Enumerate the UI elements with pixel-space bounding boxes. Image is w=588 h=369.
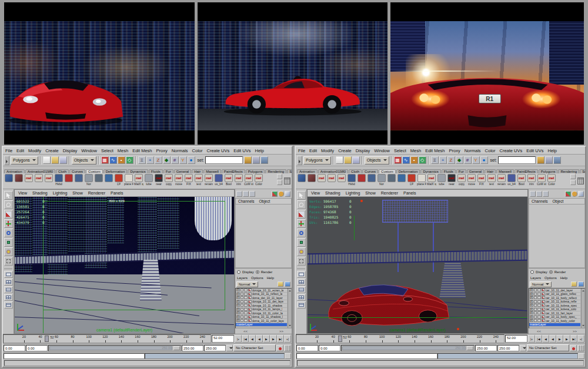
shelf-brush-icon[interactable] <box>297 174 306 188</box>
layer-menu-item[interactable]: Options <box>544 276 557 280</box>
range-end-field[interactable]: 250.00 <box>204 345 226 351</box>
select-tool[interactable] <box>4 191 13 200</box>
layer-swatch-icon[interactable] <box>248 300 252 303</box>
shelf-tab[interactable]: Hair <box>485 169 496 173</box>
attribute-editor-icon[interactable] <box>536 191 542 197</box>
playback-button[interactable]: ▶ <box>263 335 270 343</box>
panel-menu-item[interactable]: Renderer <box>381 191 398 195</box>
character-menu-button[interactable] <box>226 345 233 351</box>
layer-swatch-icon[interactable] <box>542 289 545 291</box>
scale-tool[interactable] <box>4 238 13 247</box>
paint-select-tool[interactable] <box>4 210 13 219</box>
manipulator-icon[interactable] <box>285 191 290 197</box>
outliner-layout-button[interactable] <box>297 301 306 308</box>
shelf-matx-icon[interactable]: mel MatX splitte <box>427 174 436 188</box>
shelf-tab[interactable]: Animation <box>4 169 25 173</box>
shelf-com-icon[interactable]: mel CoM sUV <box>537 174 546 188</box>
select-tool[interactable] <box>297 191 306 200</box>
shelf-joystick-icon[interactable] <box>367 174 376 188</box>
shelf-tab[interactable]: Rendering <box>265 169 286 173</box>
add-icon[interactable]: + <box>146 156 154 164</box>
shelf-mel-icon[interactable]: mel <box>327 174 336 188</box>
trash-icon[interactable] <box>577 177 584 184</box>
scroll-down-icon[interactable] <box>570 180 576 185</box>
render-current-frame-icon[interactable] <box>537 156 544 164</box>
range-handle[interactable] <box>173 346 180 350</box>
time-slider[interactable]: 20406080100120140160180200220240 52 <box>3 334 211 343</box>
channel-menu-item[interactable]: Channels <box>532 199 547 203</box>
panel-menu-item[interactable]: Shading <box>32 191 48 195</box>
anim-start-field[interactable]: 0.00 <box>319 345 340 351</box>
snap-view-icon[interactable]: ◇ <box>126 156 133 164</box>
auto-keyframe-button[interactable] <box>570 345 577 351</box>
channel-color-icon[interactable] <box>565 191 571 197</box>
playback-toggle[interactable] <box>244 300 248 303</box>
angle-icon[interactable]: Z <box>155 156 162 164</box>
shelf-plane-icon[interactable]: plane FPST <box>417 174 426 188</box>
menu-item[interactable]: Normals <box>172 148 188 153</box>
renderable-toggle[interactable]: R <box>530 311 533 314</box>
last-tool-slot[interactable] <box>297 257 306 266</box>
snap-curve-icon[interactable]: ∿ <box>109 156 117 164</box>
panel-menu-item[interactable]: Show <box>365 191 376 195</box>
renderable-toggle[interactable]: R <box>236 300 240 303</box>
shelf-joystick-icon[interactable] <box>74 174 83 188</box>
renderable-toggle[interactable]: R <box>530 300 533 303</box>
dot-icon[interactable]: ● <box>188 156 195 164</box>
menu-set-selector[interactable]: Polygons <box>11 156 38 165</box>
range-start-field[interactable]: 0.00 <box>296 345 318 351</box>
playback-toggle[interactable] <box>537 296 541 299</box>
layer-swatch-icon[interactable] <box>542 296 545 299</box>
layer-swatch-icon[interactable] <box>248 296 252 299</box>
menu-item[interactable]: Proxy <box>156 148 167 153</box>
shelf-tab[interactable]: Dynamics <box>128 169 148 173</box>
ipr-render-icon[interactable] <box>252 156 260 164</box>
menu-item[interactable]: Create <box>338 148 352 153</box>
visibility-toggle[interactable] <box>534 304 537 307</box>
snap-point-icon[interactable]: • <box>118 156 125 164</box>
playback-toggle[interactable] <box>537 319 541 322</box>
playback-toggle[interactable] <box>244 319 248 322</box>
menu-item[interactable]: Normals <box>465 148 481 153</box>
menu-item[interactable]: Create <box>45 148 59 153</box>
range-bar[interactable] <box>49 346 172 350</box>
single-pane-layout-button[interactable] <box>4 271 13 278</box>
menu-item[interactable]: Edit UVs <box>233 148 250 153</box>
range-end-field[interactable]: 250.00 <box>497 345 519 351</box>
open-scene-icon[interactable] <box>344 156 352 164</box>
menu-set-selector[interactable]: Polygons <box>303 156 331 165</box>
shelf-tab[interactable]: Cloth <box>56 169 69 173</box>
panel-menu-item[interactable]: Lighting <box>53 191 68 195</box>
shelf-tab[interactable]: Animation <box>297 169 318 173</box>
speed-icon[interactable] <box>278 191 284 197</box>
shelf-cp-icon[interactable]: CP <box>114 174 123 188</box>
command-line-input[interactable] <box>296 353 437 359</box>
channel-menu-item[interactable]: Object <box>259 199 270 203</box>
layer-swatch-icon[interactable] <box>248 311 252 314</box>
viewport-canvas-city[interactable]: 601522 0 136581 0 257264 0 42647 <box>15 197 234 333</box>
panel-menu-item[interactable]: View <box>311 191 320 195</box>
range-bar[interactable] <box>342 346 466 350</box>
playback-toggle[interactable] <box>537 308 541 311</box>
shelf-tab[interactable]: Dynamics <box>420 169 440 173</box>
move-tool[interactable] <box>4 219 13 228</box>
layer-menu-item[interactable]: Help <box>267 276 274 280</box>
shelf-tube-icon[interactable]: tube <box>437 174 446 188</box>
playback-toggle[interactable] <box>244 311 248 314</box>
quick-select-field[interactable] <box>498 156 536 164</box>
single-pane-layout-button[interactable] <box>297 271 306 278</box>
shelf-brush-icon[interactable] <box>4 174 14 188</box>
shelf-mel-icon[interactable]: mel <box>317 174 326 188</box>
shelf-tab[interactable]: Subdivs <box>287 169 292 173</box>
shelf-bool-icon[interactable]: mel Bool <box>517 174 526 188</box>
two-pane-layout-button[interactable] <box>4 286 13 293</box>
menu-item[interactable]: Display <box>356 148 370 153</box>
viewport-canvas-car[interactable]: Verts: 596417 0 Edges: 1958785 0 Faces: … <box>308 197 527 333</box>
renderable-toggle[interactable]: R <box>236 316 240 318</box>
renderable-toggle[interactable]: R <box>236 319 240 322</box>
layer-row-selected[interactable]: masterLayer <box>236 323 287 327</box>
selection-mask-selector[interactable]: Objects <box>365 156 389 165</box>
menu-item[interactable]: Help <box>255 148 263 153</box>
layer-swatch-icon[interactable] <box>248 319 252 322</box>
hash-icon[interactable]: # <box>171 156 179 164</box>
